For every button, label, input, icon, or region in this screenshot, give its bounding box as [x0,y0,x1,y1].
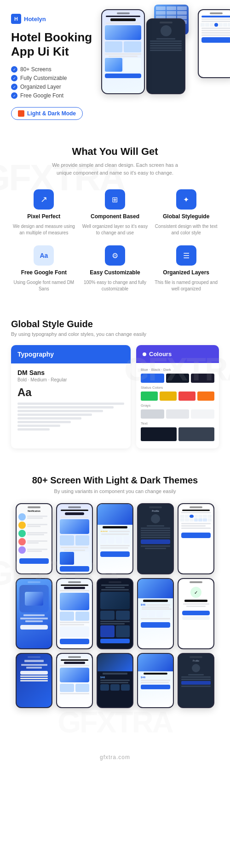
colour-label-status: Status Colors [141,386,214,390]
what-section: GFXTRA What You Will Get We provide simp… [0,129,230,305]
star-icon: ★★★★ [100,530,108,533]
typography-panel: Typography DM Sans Bold · Medium · Regul… [11,345,131,448]
cal-cell [194,515,198,518]
notif-title: Notification [19,510,49,512]
swatch-blue [141,374,164,383]
notif-item-4 [18,538,50,545]
colours-header-label: Colours [149,351,172,357]
screen-profile-dark: Profile [137,503,174,574]
swatch-black [166,374,190,383]
feature-component: ⊞ Component Based Well organized layer s… [82,189,148,236]
travel-img-inner [19,585,49,613]
screen-hotel-detail: ★★★★ [97,503,133,574]
font-name: DM Sans [17,369,124,376]
swatch-orange [197,391,214,401]
hero-title: Hotel Booking App Ui Kit [11,30,103,59]
notif-lines-1 [27,515,50,519]
dark-price: $46 [100,676,105,679]
font-line-5 [17,417,81,420]
colour-row-3 [141,409,214,419]
brand-icon: H [11,14,21,24]
notif-avatar-3 [18,530,26,537]
cal-cell-active [190,515,194,518]
login-btn [182,611,210,615]
hero-section: H Hotelyn Hotel Booking App Ui Kit ✓ 80+… [0,0,230,129]
main-center-phone [101,9,145,94]
component-icon: ⊞ [112,195,118,204]
swatch-dark [191,374,214,383]
font-line-4 [17,414,92,416]
dark-cta-btn [100,639,130,643]
screens-row-3: $46 $46 [11,653,219,708]
notif-lines-5 [27,548,50,552]
cal-cell [198,518,202,522]
feature-pixel-perfect: ↗ Pixel Perfect We design and measure us… [11,189,77,236]
screens-row-1: Notification [11,503,219,574]
feature-icon-6: ☰ [176,245,196,266]
site-link: gfxtra.com [0,749,230,764]
profile-phone [146,18,185,94]
notif-lines-2 [27,523,50,528]
feature-icon-5: ⚙ [105,245,125,266]
feature-title-1: Pixel Perfect [27,213,60,220]
hero-phones-showcase [97,5,230,101]
amenities [141,611,170,617]
style-panels: Typography DM Sans Bold · Medium · Regul… [11,345,219,448]
swatch-yellow [160,391,177,401]
font-line-6 [17,421,71,423]
success-icon: ✓ [190,587,201,598]
feature-desc-3: Consistent design with the text and colo… [153,223,219,236]
feature-styleguide: ✦ Global Styleguide Consistent design wi… [153,189,219,236]
style-guide-subtitle: By using typography and color styles, yo… [11,331,219,337]
cal-cell [207,518,212,522]
feature-icon-3: ✦ [176,189,196,210]
colours-header: Colours [136,345,219,363]
style-guide-title: Global Style Guide [11,319,219,329]
feature-title-5: Easy Customizable [90,269,140,276]
style-guide-section: GFXTRA Global Style Guide By using typog… [0,305,230,461]
screen-calendar [178,503,214,574]
cal-cell [190,518,194,522]
get-started-btn [20,625,48,630]
font-sample: Aa [17,386,124,399]
typography-body: DM Sans Bold · Medium · Regular Aa [11,363,131,436]
cal-cell [198,515,202,518]
screen-light-hotel-3: $46 [137,653,174,708]
amenity-1 [100,536,106,544]
feature-desc-4: Using Google font named DM Sans [11,279,77,292]
styleguide-icon: ✦ [183,195,189,204]
screen-find-hotel [56,578,93,649]
swatch-gray3 [191,409,214,419]
feature-icon-2: ⊞ [105,189,125,210]
feature-desc-1: We design and measure using an multiple … [11,223,77,236]
cal-cell [207,515,212,518]
font-lines [17,403,124,431]
feature-icon-1: ↗ [34,189,54,210]
cal-cell [180,518,184,522]
price-line [146,604,170,606]
dark-profile-label: Profile [181,659,211,662]
amenity-4 [124,536,130,544]
screens-row-2: $46 ✓ [11,578,219,649]
colour-row-2 [141,391,214,401]
brand-name: Hotelyn [24,16,46,23]
footer: gfxtra.com [0,744,230,772]
feature-customizable: ⚙ Easy Customizable 100% easy to change … [82,245,148,292]
rating-row: ★★★★ [100,530,130,533]
am-2 [149,611,155,617]
cal-cell [185,518,189,522]
screens-subtitle: By using variants in component you can c… [11,488,219,494]
check-icon-3: ✓ [11,84,17,90]
font-line-8 [17,428,50,431]
light-dark-button[interactable]: Light & Dark Mode [11,107,83,120]
swatch-gray1 [141,409,164,419]
notif-item-1 [18,513,50,521]
notif-lines-4 [27,540,50,544]
notif-avatar-1 [18,513,26,521]
colour-label-gray: Grays [141,403,214,408]
amenity-row [100,536,130,544]
watermark-gfxtra-bottom: GFXTRA [58,712,172,739]
screen-account-created: ✓ [178,578,214,649]
hotel-card-2 [60,626,89,637]
swatch-green [141,391,158,401]
